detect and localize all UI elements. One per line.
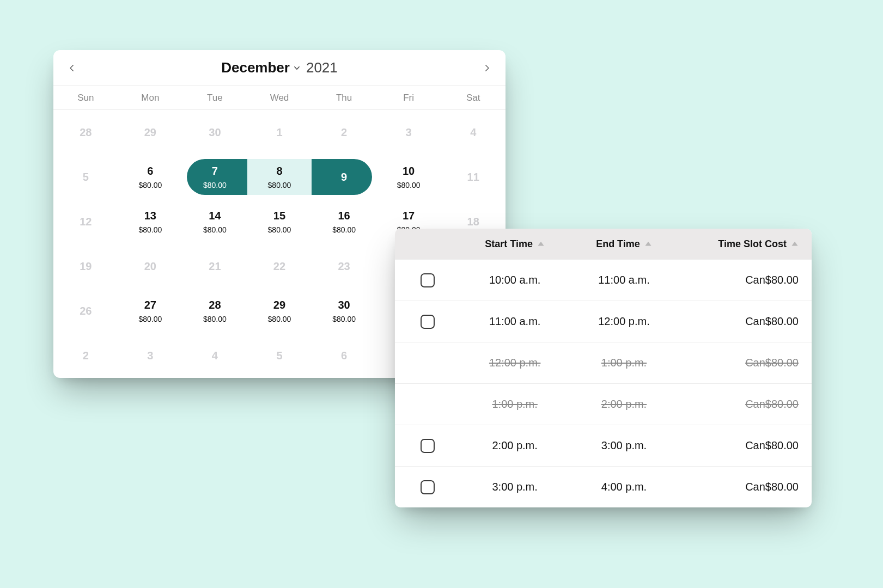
calendar-day-cell: 5 <box>247 333 312 378</box>
timeslot-row[interactable]: 11:00 a.m.12:00 p.m.Can$80.00 <box>395 301 812 342</box>
calendar-day-price: $80.00 <box>397 181 421 189</box>
calendar-day-cell[interactable]: 29$80.00 <box>247 289 312 333</box>
calendar-day-cell[interactable]: 16$80.00 <box>312 199 376 244</box>
timeslot-start: 10:00 a.m. <box>460 274 569 286</box>
chevron-down-icon <box>293 64 301 72</box>
sort-asc-icon <box>644 240 652 248</box>
calendar-day-cell[interactable]: 30$80.00 <box>312 289 376 333</box>
weekday-label: Mon <box>118 93 183 103</box>
calendar-day-number: 15 <box>273 210 285 222</box>
calendar-day-number: 18 <box>467 216 479 228</box>
calendar-day-number: 3 <box>147 350 153 362</box>
calendar-day-number: 5 <box>276 350 282 362</box>
prev-month-button[interactable] <box>64 60 80 76</box>
weekday-label: Sun <box>53 93 118 103</box>
chevron-left-icon <box>68 62 76 75</box>
calendar-day-cell: 5 <box>53 155 118 199</box>
calendar-day-cell[interactable]: 27$80.00 <box>118 289 183 333</box>
col-header-end-label: End Time <box>596 238 640 250</box>
calendar-day-number: 6 <box>147 165 153 177</box>
timeslot-checkbox[interactable] <box>421 439 435 453</box>
calendar-day-price: $80.00 <box>203 181 227 189</box>
timeslot-checkbox-cell <box>395 439 460 453</box>
calendar-day-number: 27 <box>144 299 156 311</box>
timeslot-end: 4:00 p.m. <box>569 481 678 493</box>
timeslot-cost: Can$80.00 <box>679 315 799 328</box>
timeslot-start: 11:00 a.m. <box>460 315 569 328</box>
timeslot-row[interactable]: 10:00 a.m.11:00 a.m.Can$80.00 <box>395 259 812 301</box>
calendar-day-number: 3 <box>406 126 412 139</box>
calendar-day-number: 30 <box>338 299 350 311</box>
calendar-title: December 2021 <box>221 59 338 76</box>
timeslot-rows: 10:00 a.m.11:00 a.m.Can$80.0011:00 a.m.1… <box>395 259 812 507</box>
calendar-day-number: 1 <box>276 126 282 139</box>
calendar-header: December 2021 <box>53 50 506 86</box>
timeslot-row[interactable]: 2:00 p.m.3:00 p.m.Can$80.00 <box>395 425 812 466</box>
col-header-start-label: Start Time <box>485 238 533 250</box>
calendar-day-number: 26 <box>80 305 92 317</box>
timeslot-checkbox-cell <box>395 315 460 329</box>
calendar-day-number: 6 <box>341 350 347 362</box>
calendar-day-number: 19 <box>80 260 92 273</box>
col-header-cost[interactable]: Time Slot Cost <box>679 238 799 250</box>
calendar-day-number: 12 <box>80 216 92 228</box>
timeslot-checkbox-cell <box>395 480 460 494</box>
calendar-day-price: $80.00 <box>203 225 227 234</box>
calendar-day-cell: 6 <box>312 333 376 378</box>
calendar-day-cell: 3 <box>118 333 183 378</box>
calendar-day-cell[interactable]: 28$80.00 <box>182 289 247 333</box>
timeslot-row[interactable]: 3:00 p.m.4:00 p.m.Can$80.00 <box>395 466 812 507</box>
calendar-day-cell[interactable]: 8$80.00 <box>247 155 312 199</box>
timeslot-checkbox[interactable] <box>421 273 435 287</box>
col-header-start[interactable]: Start Time <box>460 238 569 250</box>
timeslot-end: 3:00 p.m. <box>569 439 678 452</box>
timeslot-start: 3:00 p.m. <box>460 481 569 493</box>
calendar-day-price: $80.00 <box>138 225 162 234</box>
calendar-day-cell: 21 <box>182 244 247 289</box>
calendar-day-cell[interactable]: 9 <box>312 155 376 199</box>
timeslot-cost: Can$80.00 <box>679 481 799 493</box>
next-month-button[interactable] <box>479 60 495 76</box>
calendar-day-cell: 20 <box>118 244 183 289</box>
timeslot-checkbox[interactable] <box>421 315 435 329</box>
calendar-day-cell: 30 <box>182 110 247 155</box>
calendar-day-number: 13 <box>144 210 156 222</box>
calendar-day-price: $80.00 <box>332 315 356 323</box>
calendar-day-cell: 2 <box>53 333 118 378</box>
calendar-day-price: $80.00 <box>138 181 162 189</box>
calendar-day-number: 17 <box>403 210 415 222</box>
month-label: December <box>221 59 290 76</box>
timeslot-start: 2:00 p.m. <box>460 439 569 452</box>
timeslot-end: 1:00 p.m. <box>569 357 678 369</box>
calendar-day-number: 20 <box>144 260 156 273</box>
calendar-day-cell: 12 <box>53 199 118 244</box>
calendar-day-number: 28 <box>209 299 221 311</box>
calendar-day-cell[interactable]: 14$80.00 <box>182 199 247 244</box>
year-label: 2021 <box>306 59 338 76</box>
timeslot-checkbox[interactable] <box>421 480 435 494</box>
timeslot-end: 11:00 a.m. <box>569 274 678 286</box>
calendar-day-cell[interactable]: 6$80.00 <box>118 155 183 199</box>
calendar-day-cell: 23 <box>312 244 376 289</box>
timeslot-checkbox-cell <box>395 273 460 287</box>
calendar-day-number: 29 <box>144 126 156 139</box>
col-header-end[interactable]: End Time <box>569 238 678 250</box>
calendar-day-cell[interactable]: 10$80.00 <box>376 155 441 199</box>
timeslot-cost: Can$80.00 <box>679 439 799 452</box>
timeslots-panel: Start Time End Time Time Slot Cost 10:00… <box>395 229 812 507</box>
col-header-cost-label: Time Slot Cost <box>718 238 787 250</box>
calendar-day-price: $80.00 <box>268 315 291 323</box>
calendar-day-number: 4 <box>470 126 476 139</box>
calendar-day-price: $80.00 <box>332 225 356 234</box>
calendar-day-cell: 11 <box>441 155 506 199</box>
calendar-day-number: 28 <box>80 126 92 139</box>
calendar-day-cell[interactable]: 13$80.00 <box>118 199 183 244</box>
sort-asc-icon <box>791 240 799 248</box>
calendar-day-cell[interactable]: 7$80.00 <box>182 155 247 199</box>
calendar-day-price: $80.00 <box>203 315 227 323</box>
month-dropdown[interactable]: December <box>221 59 301 76</box>
calendar-day-cell[interactable]: 15$80.00 <box>247 199 312 244</box>
timeslot-row: 1:00 p.m.2:00 p.m.Can$80.00 <box>395 383 812 425</box>
weekday-label: Wed <box>247 93 312 103</box>
calendar-day-number: 5 <box>83 171 89 183</box>
